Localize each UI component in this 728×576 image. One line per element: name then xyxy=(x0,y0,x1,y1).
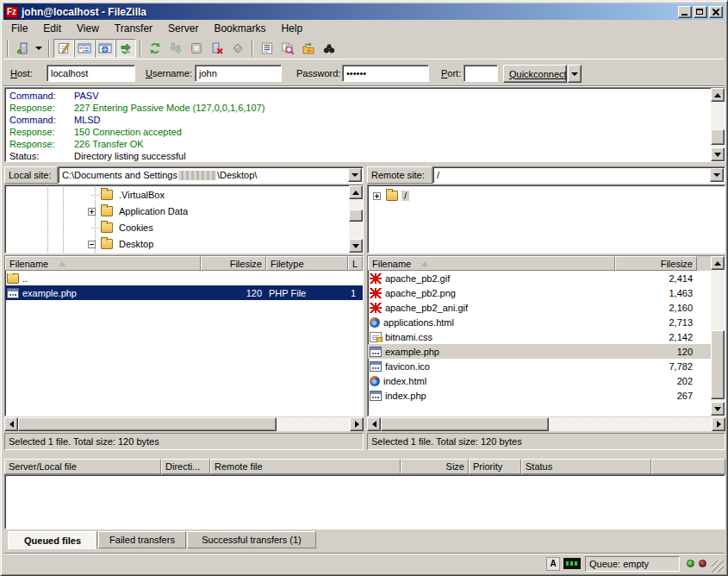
column-header-filetype[interactable]: Filetype xyxy=(266,256,348,271)
local-site-label: Local site: xyxy=(4,166,58,184)
scroll-right-button[interactable] xyxy=(712,417,725,431)
remote-horizontal-scrollbar[interactable] xyxy=(367,417,725,431)
local-site-combo[interactable]: C:\Documents and Settings\Desktop\ xyxy=(58,166,364,184)
filter-button[interactable] xyxy=(257,39,277,58)
menu-transfer[interactable]: Transfer xyxy=(107,21,160,36)
column-header-server-local-file[interactable]: Server/Local file xyxy=(4,459,161,474)
file-row-example-php[interactable]: example.php 120 PHP File 1 xyxy=(5,285,363,300)
menu-edit[interactable]: Edit xyxy=(35,21,69,36)
menu-server[interactable]: Server xyxy=(160,21,206,36)
tree-item-root[interactable]: / xyxy=(373,188,409,203)
host-input[interactable] xyxy=(47,65,135,82)
local-tree-scrollbar[interactable] xyxy=(349,185,363,253)
sort-ascending-icon xyxy=(421,261,428,266)
column-header-direction[interactable]: Directi... xyxy=(161,459,210,474)
tab-queued-files[interactable]: Queued files xyxy=(8,531,97,549)
queue-list[interactable] xyxy=(4,474,725,529)
expand-icon[interactable] xyxy=(88,208,96,216)
scroll-thumb[interactable] xyxy=(381,417,549,431)
menu-help[interactable]: Help xyxy=(273,21,310,36)
close-button[interactable] xyxy=(709,6,723,18)
local-site-dropdown[interactable] xyxy=(348,168,362,182)
column-header-status[interactable]: Status xyxy=(521,459,651,474)
scroll-thumb[interactable] xyxy=(349,210,363,222)
scroll-right-button[interactable] xyxy=(350,417,364,431)
file-row[interactable]: index.php 267 xyxy=(368,388,725,403)
port-input[interactable] xyxy=(464,65,498,82)
tab-successful-transfers[interactable]: Successful transfers (1) xyxy=(187,531,316,548)
column-header-filename[interactable]: Filename xyxy=(5,256,201,271)
scroll-thumb[interactable] xyxy=(18,417,277,431)
menu-file[interactable]: File xyxy=(3,21,35,36)
local-horizontal-scrollbar[interactable] xyxy=(4,417,364,431)
file-row[interactable]: apache_pb2_ani.gif 2,160 xyxy=(368,300,725,315)
site-manager-button[interactable] xyxy=(12,39,33,58)
file-row[interactable]: applications.html 2,713 xyxy=(368,315,725,329)
file-row-parent-dir[interactable]: .. xyxy=(5,271,363,285)
tree-item-desktop[interactable]: Desktop xyxy=(88,236,156,252)
password-input[interactable] xyxy=(342,65,429,82)
receive-activity-led xyxy=(687,560,694,567)
scroll-left-button[interactable] xyxy=(367,417,381,431)
menu-bookmarks[interactable]: Bookmarks xyxy=(206,21,273,36)
menu-view[interactable]: View xyxy=(69,21,107,36)
column-header-filesize[interactable]: Filesize xyxy=(201,256,266,271)
collapse-icon[interactable] xyxy=(88,241,96,248)
tree-item-cookies[interactable]: Cookies xyxy=(91,220,156,235)
ico-file-icon xyxy=(370,361,382,372)
cancel-button[interactable] xyxy=(186,39,207,58)
process-queue-button[interactable] xyxy=(165,39,186,58)
reconnect-button[interactable] xyxy=(227,39,248,58)
remote-site-dropdown[interactable] xyxy=(710,168,724,182)
column-header-priority[interactable]: Priority xyxy=(469,459,521,474)
file-row[interactable]: index.html 202 xyxy=(368,373,725,388)
remote-site-combo[interactable]: / xyxy=(432,166,725,184)
scroll-thumb[interactable] xyxy=(711,330,725,399)
synchronized-browsing-button[interactable] xyxy=(298,39,319,58)
toggle-local-tree-button[interactable] xyxy=(74,39,95,58)
scroll-up-button[interactable] xyxy=(711,88,725,102)
column-header-filesize[interactable]: Filesize xyxy=(615,256,697,271)
tree-item-application-data[interactable]: Application Data xyxy=(88,203,190,219)
file-row[interactable]: apache_pb2.gif 2,414 xyxy=(368,271,725,285)
file-row[interactable]: favicon.ico 7,782 xyxy=(368,359,725,373)
column-header-last-modified[interactable]: L xyxy=(348,256,363,271)
site-manager-dropdown[interactable] xyxy=(33,39,45,58)
file-row[interactable]: apache_pb2.png 1,463 xyxy=(368,285,725,300)
encryption-status-icon[interactable] xyxy=(563,558,581,569)
directory-comparison-button[interactable] xyxy=(277,39,298,58)
data-type-indicator-icon[interactable]: A xyxy=(546,557,560,571)
scroll-thumb[interactable] xyxy=(711,129,725,145)
scroll-up-button[interactable] xyxy=(711,256,725,270)
column-header-size[interactable]: Size xyxy=(401,459,469,474)
tab-failed-transfers[interactable]: Failed transfers xyxy=(98,531,186,548)
toggle-message-log-button[interactable] xyxy=(53,39,74,58)
resize-grip[interactable] xyxy=(712,560,724,573)
tree-item-virtualbox[interactable]: .VirtualBox xyxy=(91,187,167,203)
log-scrollbar[interactable] xyxy=(711,88,725,161)
column-header-remote-file[interactable]: Remote file xyxy=(210,459,401,474)
file-row[interactable]: bitnami.css 2,142 xyxy=(368,329,725,344)
find-files-button[interactable] xyxy=(319,39,339,58)
scroll-down-button[interactable] xyxy=(711,402,725,416)
apache-file-icon xyxy=(370,303,382,313)
toggle-remote-tree-button[interactable] xyxy=(95,39,115,58)
css-file-icon xyxy=(370,332,382,342)
scroll-left-button[interactable] xyxy=(4,417,18,431)
refresh-button[interactable] xyxy=(145,39,165,58)
minimize-button[interactable] xyxy=(678,6,692,18)
scroll-down-button[interactable] xyxy=(349,239,363,253)
maximize-button[interactable] xyxy=(694,6,707,18)
php-file-icon xyxy=(7,288,19,298)
file-row-example-php[interactable]: example.php 120 xyxy=(368,344,711,359)
quickconnect-button[interactable]: Quickconnect xyxy=(503,65,567,83)
remote-list-scrollbar[interactable] xyxy=(711,256,725,416)
scroll-down-button[interactable] xyxy=(711,147,725,161)
toggle-queue-button[interactable] xyxy=(115,39,136,58)
username-input[interactable] xyxy=(195,65,282,82)
column-header-filename[interactable]: Filename xyxy=(368,256,615,271)
disconnect-button[interactable] xyxy=(207,39,227,58)
quickconnect-dropdown[interactable] xyxy=(568,65,582,83)
scroll-up-button[interactable] xyxy=(349,185,363,199)
expand-icon[interactable] xyxy=(373,192,381,200)
